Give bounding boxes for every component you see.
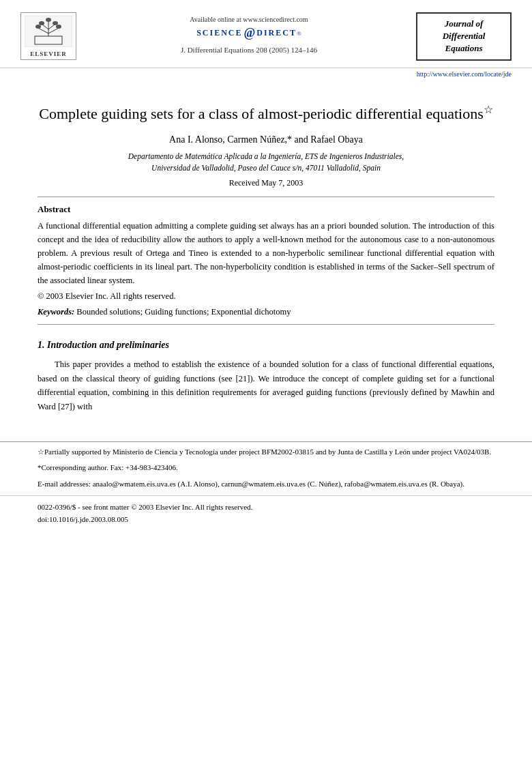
page: ELSEVIER Available online at www.science… <box>0 0 532 773</box>
abstract-title: Abstract <box>38 204 494 215</box>
footnote-corresponding: *Corresponding author. Fax: +34-983-4234… <box>38 462 494 474</box>
available-online-text: Available online at www.sciencedirect.co… <box>95 16 402 23</box>
authors: Ana I. Alonso, Carmen Núñez,* and Rafael… <box>38 134 494 145</box>
keywords-label: Keywords: <box>38 307 74 317</box>
section-1-title: 1. Introduction and preliminaries <box>38 340 494 351</box>
doi-line: doi:10.1016/j.jde.2003.08.005 <box>38 514 494 526</box>
star-symbol: ☆ <box>484 104 493 115</box>
divider-1 <box>38 196 494 197</box>
elsevier-logo: ELSEVIER <box>20 12 82 60</box>
header-center: Available online at www.sciencedirect.co… <box>95 12 402 54</box>
journal-title: Journal of Differential Equations <box>423 18 505 55</box>
footer-bottom: 0022-0396/$ - see front matter © 2003 El… <box>0 495 532 532</box>
affiliation: Departamento de Matemática Aplicada a la… <box>38 151 494 175</box>
keywords: Keywords: Bounded solutions; Guiding fun… <box>38 307 494 317</box>
section-1-paragraph-1: This paper provides a method to establis… <box>38 358 494 414</box>
paper-title: Complete guiding sets for a class of alm… <box>38 102 494 125</box>
footnote-area: ☆Partially supported by Ministerio de Ci… <box>0 441 532 491</box>
main-content: Complete guiding sets for a class of alm… <box>0 82 532 428</box>
direct-label: DIRECT <box>256 28 297 38</box>
received-date: Received May 7, 2003 <box>38 178 494 188</box>
journal-title-box: Journal of Differential Equations <box>416 12 512 61</box>
footnote-star: ☆Partially supported by Ministerio de Ci… <box>38 446 494 458</box>
at-symbol: @ <box>244 26 256 40</box>
svg-point-10 <box>56 25 61 29</box>
svg-point-11 <box>46 18 51 22</box>
svg-point-8 <box>53 21 58 25</box>
journal-meta: J. Differential Equations 208 (2005) 124… <box>95 46 402 54</box>
abstract-text: A functional differential equation admit… <box>38 219 494 287</box>
elsevier-label: ELSEVIER <box>30 50 67 57</box>
svg-point-9 <box>35 25 41 29</box>
url-text: http://www.elsevier.com/locate/jde <box>417 70 512 78</box>
issn-line: 0022-0396/$ - see front matter © 2003 El… <box>38 501 494 514</box>
header: ELSEVIER Available online at www.science… <box>0 0 532 68</box>
divider-2 <box>38 324 494 325</box>
keywords-text: Bounded solutions; Guiding functions; Ex… <box>76 307 291 317</box>
science-label: SCIENCE <box>196 28 242 38</box>
footnote-email: E-mail addresses: anaalo@wmatem.eis.uva.… <box>38 478 494 491</box>
url-line: http://www.elsevier.com/locate/jde <box>0 68 532 82</box>
abstract-section: Abstract A functional differential equat… <box>38 204 494 317</box>
svg-point-7 <box>39 21 44 25</box>
copyright: © 2003 Elsevier Inc. All rights reserved… <box>38 291 494 302</box>
